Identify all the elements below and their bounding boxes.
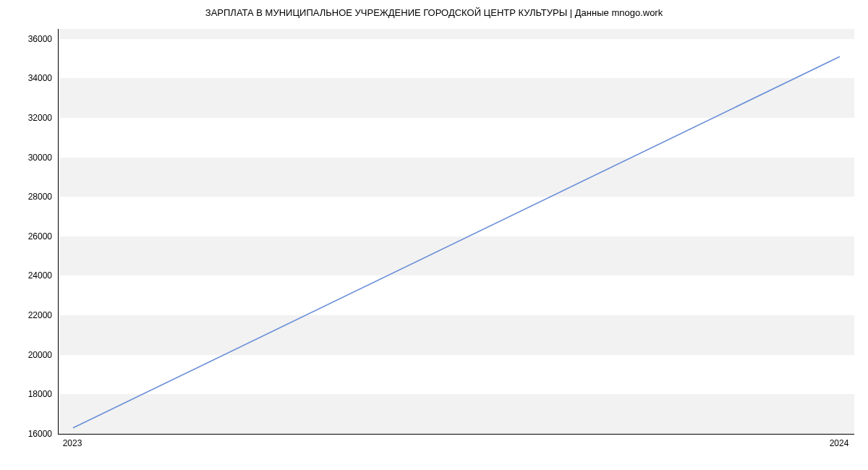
plot-area <box>58 29 854 435</box>
y-tick-label: 16000 <box>28 429 52 439</box>
x-tick-label: 2024 <box>830 438 849 448</box>
y-tick-label: 22000 <box>28 310 52 320</box>
series-line <box>73 56 840 428</box>
chart-container: ЗАРПЛАТА В МУНИЦИПАЛЬНОЕ УЧРЕЖДЕНИЕ ГОРО… <box>0 0 868 470</box>
y-tick-label: 20000 <box>28 350 52 360</box>
y-tick-label: 32000 <box>28 113 52 123</box>
y-tick-label: 18000 <box>28 389 52 399</box>
y-tick-label: 26000 <box>28 231 52 242</box>
y-tick-label: 36000 <box>28 34 52 44</box>
y-tick-label: 30000 <box>28 153 52 163</box>
line-series <box>59 29 854 434</box>
y-tick-label: 24000 <box>28 270 52 281</box>
chart-title: ЗАРПЛАТА В МУНИЦИПАЛЬНОЕ УЧРЕЖДЕНИЕ ГОРО… <box>0 7 868 18</box>
x-tick-label: 2023 <box>63 438 82 448</box>
y-tick-label: 34000 <box>28 73 52 83</box>
y-tick-label: 28000 <box>28 192 52 202</box>
